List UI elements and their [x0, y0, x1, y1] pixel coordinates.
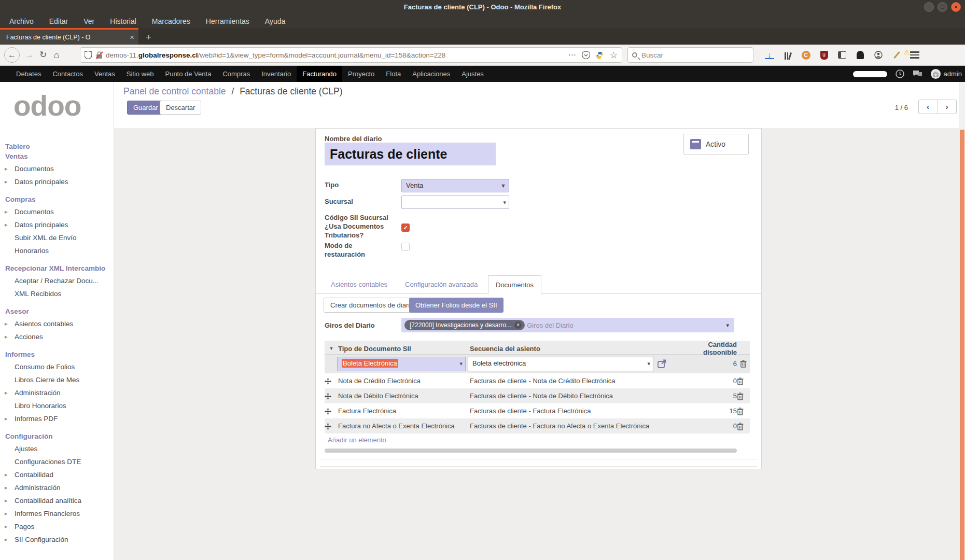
sidebar-item[interactable]: Contabilidad analítica [0, 494, 114, 507]
highlighter-icon[interactable] [892, 50, 901, 60]
table-horizontal-scrollbar[interactable] [325, 449, 737, 453]
drag-handle-icon[interactable] [325, 392, 338, 400]
journal-name-input[interactable]: Facturas de cliente [325, 143, 496, 165]
sidebar-item[interactable]: Pagos [0, 520, 114, 533]
usa-documentos-checkbox[interactable]: ✓ [401, 223, 410, 232]
sidebar-item[interactable]: Documentos [0, 205, 114, 218]
tab-close-icon[interactable]: × [130, 33, 134, 41]
sidebar-item[interactable]: Configuraciones DTE [0, 455, 114, 468]
sidebar-item[interactable]: Informes Financieros [0, 507, 114, 520]
odoo-nav-item[interactable]: Ventas [89, 66, 121, 82]
sidebar-item[interactable]: Informes PDF [0, 412, 114, 425]
sidebar-item[interactable]: Contabilidad [0, 468, 114, 481]
odoo-nav-item[interactable]: Aplicaciones [407, 66, 456, 82]
header-sequence[interactable]: Secuencia del asiento [470, 345, 673, 353]
doc-type-cell[interactable]: Nota de Débito Electrónica [338, 392, 470, 400]
sidebar-item[interactable]: Datos principales [0, 218, 114, 231]
sidebar-item[interactable]: Aceptar / Rechazar Docu... [0, 274, 114, 287]
header-doc-type[interactable]: Tipo de Documento SII [338, 345, 470, 353]
giros-tags-field[interactable]: [722000] Investigaciones y desarro... × … [401, 318, 734, 332]
sidebar-item[interactable]: Recepcionar XML Intercambio [0, 262, 114, 274]
page-scrollbar[interactable] [959, 82, 965, 560]
sidebar-item[interactable]: Acciones [0, 330, 114, 343]
pocket-icon[interactable] [582, 51, 590, 59]
table-row[interactable]: Nota de Débito Electrónica Facturas de c… [325, 388, 750, 403]
drag-handle-icon[interactable] [325, 377, 338, 385]
sort-caret-icon[interactable]: ▼ [325, 346, 338, 351]
sequence-cell[interactable]: Facturas de cliente - Nota de Débito Ele… [470, 392, 673, 400]
table-row[interactable]: Nota de Crédito Electrónica Facturas de … [325, 373, 750, 388]
library-icon[interactable] [783, 50, 792, 60]
activity-clock-icon[interactable] [896, 69, 904, 78]
odoo-nav-item[interactable]: Proyecto [342, 66, 380, 82]
sidebar-item[interactable]: Libro Honorarios [0, 399, 114, 412]
extension-python-icon[interactable] [596, 51, 604, 59]
odoo-nav-item[interactable]: Inventario [256, 66, 297, 82]
odoo-nav-item[interactable]: Contactos [47, 66, 89, 82]
menubar-item[interactable]: Herramientas [206, 17, 249, 25]
sidebar-item[interactable]: Asesor [0, 305, 114, 317]
user-menu[interactable]: admin [931, 69, 962, 79]
pager-prev-button[interactable]: ‹ [919, 100, 938, 114]
doc-type-select[interactable]: Boleta Electrónica ▾ [337, 357, 466, 371]
menubar-item[interactable]: Editar [49, 17, 68, 25]
extension-orange-icon[interactable]: C [801, 50, 810, 60]
sidebar-item[interactable]: Libros Cierre de Mes [0, 373, 114, 386]
url-bar[interactable]: demos-11.globalresponse.cl/web#id=1&view… [80, 47, 622, 63]
delete-row-button[interactable] [737, 422, 750, 430]
delete-row-button[interactable] [737, 391, 750, 400]
tag-remove-icon[interactable]: × [514, 321, 522, 329]
sequence-cell[interactable]: Facturas de cliente - Factura Electrónic… [470, 407, 673, 415]
obtener-folios-button[interactable]: Obtener Folios desde el SII [409, 298, 504, 313]
modo-restauracion-checkbox[interactable] [401, 243, 410, 251]
sidebar-item[interactable]: Datos principales [0, 175, 114, 188]
sidebar-item[interactable]: Consumo de Folios [0, 360, 114, 373]
sidebar-item[interactable]: Compras [0, 193, 114, 205]
messages-icon[interactable] [913, 70, 922, 78]
sidebar-item[interactable]: Administración [0, 386, 114, 399]
sidebar-item[interactable]: SII Configuración [0, 533, 114, 546]
sidebar-item[interactable]: Ajustes [0, 442, 114, 455]
delete-row-button[interactable] [740, 360, 747, 368]
sidebar-item[interactable]: Asientos contables [0, 317, 114, 330]
save-button[interactable]: Guardar [127, 101, 164, 115]
external-link-icon[interactable] [658, 359, 666, 368]
odoo-nav-item[interactable]: Compras [217, 66, 256, 82]
crear-documentos-button[interactable]: Crear documentos de diario [324, 298, 420, 313]
menubar-item[interactable]: Archivo [9, 17, 34, 25]
scrollbar-thumb[interactable] [960, 130, 964, 560]
sidebar-item[interactable]: Honorarios [0, 244, 114, 257]
doc-type-cell[interactable]: Factura Electrónica [338, 407, 470, 415]
drag-handle-icon[interactable] [325, 422, 338, 430]
forward-button[interactable]: → [23, 47, 36, 63]
delete-row-button[interactable] [737, 376, 750, 385]
sequence-cell[interactable]: Facturas de cliente - Factura no Afecta … [470, 422, 673, 430]
odoo-nav-item[interactable]: Facturando [297, 66, 342, 82]
insecure-lock-icon[interactable] [96, 51, 103, 59]
pager-next-button[interactable]: › [938, 100, 956, 114]
account-icon[interactable] [874, 50, 883, 60]
tracking-shield-icon[interactable] [85, 51, 92, 59]
sidebar-toggle-icon[interactable] [837, 50, 847, 60]
odoo-nav-item[interactable]: Ajustes [456, 66, 490, 82]
menubar-item[interactable]: Ayuda [265, 17, 285, 25]
maximize-button[interactable]: □ [938, 2, 947, 12]
tipo-select[interactable]: Venta▼ [401, 179, 509, 192]
header-qty[interactable]: Cantidad disponible [673, 341, 737, 356]
breadcrumb-link[interactable]: Panel de control contable [123, 86, 226, 96]
reload-button[interactable]: ↻ [36, 47, 50, 63]
sequence-select[interactable]: Boleta electrónica ▾ [468, 357, 653, 371]
doc-type-cell[interactable]: Nota de Crédito Electrónica [338, 377, 470, 385]
sucursal-select[interactable]: ▾ [401, 195, 509, 209]
close-button[interactable]: × [951, 2, 961, 12]
bookmark-star-icon[interactable]: ☆ [610, 50, 618, 61]
new-tab-button[interactable]: + [138, 30, 159, 45]
downloads-icon[interactable]: ↓ [765, 51, 774, 59]
ublock-shield-icon[interactable]: u [819, 50, 829, 60]
chevron-down-icon[interactable]: ▾ [726, 322, 729, 329]
browser-tab[interactable]: Facturas de cliente (CLP) - O × [0, 28, 138, 45]
tab-documentos[interactable]: Documentos [488, 275, 541, 295]
sidebar-item[interactable]: Informes [0, 348, 114, 360]
menubar-item[interactable]: Historial [110, 17, 136, 25]
menubar-item[interactable]: Ver [83, 17, 94, 25]
